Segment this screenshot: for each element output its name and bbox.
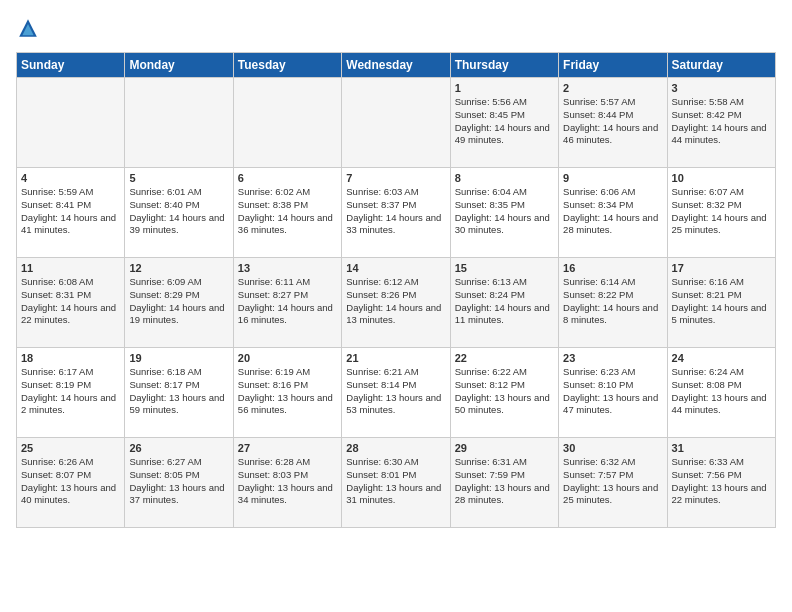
- calendar-cell: 19Sunrise: 6:18 AM Sunset: 8:17 PM Dayli…: [125, 348, 233, 438]
- day-number: 25: [21, 442, 120, 454]
- day-info: Sunrise: 6:28 AM Sunset: 8:03 PM Dayligh…: [238, 456, 337, 507]
- day-info: Sunrise: 6:24 AM Sunset: 8:08 PM Dayligh…: [672, 366, 771, 417]
- day-info: Sunrise: 5:59 AM Sunset: 8:41 PM Dayligh…: [21, 186, 120, 237]
- calendar-cell: 18Sunrise: 6:17 AM Sunset: 8:19 PM Dayli…: [17, 348, 125, 438]
- day-number: 19: [129, 352, 228, 364]
- day-number: 10: [672, 172, 771, 184]
- day-number: 23: [563, 352, 662, 364]
- calendar-cell: 2Sunrise: 5:57 AM Sunset: 8:44 PM Daylig…: [559, 78, 667, 168]
- day-info: Sunrise: 6:07 AM Sunset: 8:32 PM Dayligh…: [672, 186, 771, 237]
- calendar-cell: 31Sunrise: 6:33 AM Sunset: 7:56 PM Dayli…: [667, 438, 775, 528]
- calendar-cell: 30Sunrise: 6:32 AM Sunset: 7:57 PM Dayli…: [559, 438, 667, 528]
- day-number: 7: [346, 172, 445, 184]
- day-info: Sunrise: 5:56 AM Sunset: 8:45 PM Dayligh…: [455, 96, 554, 147]
- calendar-cell: 24Sunrise: 6:24 AM Sunset: 8:08 PM Dayli…: [667, 348, 775, 438]
- calendar-cell: 25Sunrise: 6:26 AM Sunset: 8:07 PM Dayli…: [17, 438, 125, 528]
- calendar-cell: 13Sunrise: 6:11 AM Sunset: 8:27 PM Dayli…: [233, 258, 341, 348]
- day-info: Sunrise: 6:01 AM Sunset: 8:40 PM Dayligh…: [129, 186, 228, 237]
- weekday-header-sunday: Sunday: [17, 53, 125, 78]
- calendar-cell: [125, 78, 233, 168]
- weekday-header-wednesday: Wednesday: [342, 53, 450, 78]
- calendar-cell: 28Sunrise: 6:30 AM Sunset: 8:01 PM Dayli…: [342, 438, 450, 528]
- day-info: Sunrise: 6:02 AM Sunset: 8:38 PM Dayligh…: [238, 186, 337, 237]
- day-number: 16: [563, 262, 662, 274]
- calendar-cell: 20Sunrise: 6:19 AM Sunset: 8:16 PM Dayli…: [233, 348, 341, 438]
- day-number: 21: [346, 352, 445, 364]
- day-number: 15: [455, 262, 554, 274]
- day-number: 28: [346, 442, 445, 454]
- logo: [16, 16, 44, 40]
- day-info: Sunrise: 6:03 AM Sunset: 8:37 PM Dayligh…: [346, 186, 445, 237]
- day-info: Sunrise: 6:06 AM Sunset: 8:34 PM Dayligh…: [563, 186, 662, 237]
- calendar-cell: [233, 78, 341, 168]
- day-number: 14: [346, 262, 445, 274]
- calendar-cell: 8Sunrise: 6:04 AM Sunset: 8:35 PM Daylig…: [450, 168, 558, 258]
- calendar-cell: 21Sunrise: 6:21 AM Sunset: 8:14 PM Dayli…: [342, 348, 450, 438]
- day-number: 17: [672, 262, 771, 274]
- day-number: 18: [21, 352, 120, 364]
- calendar-cell: 17Sunrise: 6:16 AM Sunset: 8:21 PM Dayli…: [667, 258, 775, 348]
- calendar-cell: 27Sunrise: 6:28 AM Sunset: 8:03 PM Dayli…: [233, 438, 341, 528]
- day-info: Sunrise: 6:16 AM Sunset: 8:21 PM Dayligh…: [672, 276, 771, 327]
- day-info: Sunrise: 6:30 AM Sunset: 8:01 PM Dayligh…: [346, 456, 445, 507]
- day-info: Sunrise: 6:14 AM Sunset: 8:22 PM Dayligh…: [563, 276, 662, 327]
- day-info: Sunrise: 6:27 AM Sunset: 8:05 PM Dayligh…: [129, 456, 228, 507]
- calendar-cell: 29Sunrise: 6:31 AM Sunset: 7:59 PM Dayli…: [450, 438, 558, 528]
- calendar-cell: 12Sunrise: 6:09 AM Sunset: 8:29 PM Dayli…: [125, 258, 233, 348]
- calendar-cell: 4Sunrise: 5:59 AM Sunset: 8:41 PM Daylig…: [17, 168, 125, 258]
- day-number: 30: [563, 442, 662, 454]
- weekday-header-saturday: Saturday: [667, 53, 775, 78]
- day-info: Sunrise: 6:23 AM Sunset: 8:10 PM Dayligh…: [563, 366, 662, 417]
- day-info: Sunrise: 6:12 AM Sunset: 8:26 PM Dayligh…: [346, 276, 445, 327]
- day-info: Sunrise: 5:57 AM Sunset: 8:44 PM Dayligh…: [563, 96, 662, 147]
- calendar-cell: 7Sunrise: 6:03 AM Sunset: 8:37 PM Daylig…: [342, 168, 450, 258]
- calendar-cell: 10Sunrise: 6:07 AM Sunset: 8:32 PM Dayli…: [667, 168, 775, 258]
- day-info: Sunrise: 6:11 AM Sunset: 8:27 PM Dayligh…: [238, 276, 337, 327]
- weekday-header-monday: Monday: [125, 53, 233, 78]
- day-info: Sunrise: 6:09 AM Sunset: 8:29 PM Dayligh…: [129, 276, 228, 327]
- calendar-cell: [342, 78, 450, 168]
- calendar-cell: 1Sunrise: 5:56 AM Sunset: 8:45 PM Daylig…: [450, 78, 558, 168]
- calendar-cell: 11Sunrise: 6:08 AM Sunset: 8:31 PM Dayli…: [17, 258, 125, 348]
- day-number: 5: [129, 172, 228, 184]
- day-number: 3: [672, 82, 771, 94]
- calendar-cell: 22Sunrise: 6:22 AM Sunset: 8:12 PM Dayli…: [450, 348, 558, 438]
- calendar-table: SundayMondayTuesdayWednesdayThursdayFrid…: [16, 52, 776, 528]
- calendar-cell: 5Sunrise: 6:01 AM Sunset: 8:40 PM Daylig…: [125, 168, 233, 258]
- calendar-cell: 6Sunrise: 6:02 AM Sunset: 8:38 PM Daylig…: [233, 168, 341, 258]
- day-info: Sunrise: 6:31 AM Sunset: 7:59 PM Dayligh…: [455, 456, 554, 507]
- day-info: Sunrise: 6:19 AM Sunset: 8:16 PM Dayligh…: [238, 366, 337, 417]
- day-number: 22: [455, 352, 554, 364]
- day-info: Sunrise: 6:18 AM Sunset: 8:17 PM Dayligh…: [129, 366, 228, 417]
- calendar-cell: 16Sunrise: 6:14 AM Sunset: 8:22 PM Dayli…: [559, 258, 667, 348]
- day-info: Sunrise: 5:58 AM Sunset: 8:42 PM Dayligh…: [672, 96, 771, 147]
- weekday-header-thursday: Thursday: [450, 53, 558, 78]
- calendar-cell: [17, 78, 125, 168]
- day-number: 27: [238, 442, 337, 454]
- day-number: 1: [455, 82, 554, 94]
- page-header: [16, 16, 776, 40]
- day-info: Sunrise: 6:22 AM Sunset: 8:12 PM Dayligh…: [455, 366, 554, 417]
- day-number: 31: [672, 442, 771, 454]
- day-info: Sunrise: 6:04 AM Sunset: 8:35 PM Dayligh…: [455, 186, 554, 237]
- day-number: 8: [455, 172, 554, 184]
- day-number: 2: [563, 82, 662, 94]
- day-number: 29: [455, 442, 554, 454]
- day-info: Sunrise: 6:21 AM Sunset: 8:14 PM Dayligh…: [346, 366, 445, 417]
- day-number: 26: [129, 442, 228, 454]
- day-number: 6: [238, 172, 337, 184]
- weekday-header-friday: Friday: [559, 53, 667, 78]
- day-number: 13: [238, 262, 337, 274]
- day-info: Sunrise: 6:17 AM Sunset: 8:19 PM Dayligh…: [21, 366, 120, 417]
- logo-icon: [16, 16, 40, 40]
- calendar-cell: 9Sunrise: 6:06 AM Sunset: 8:34 PM Daylig…: [559, 168, 667, 258]
- calendar-cell: 3Sunrise: 5:58 AM Sunset: 8:42 PM Daylig…: [667, 78, 775, 168]
- calendar-cell: 14Sunrise: 6:12 AM Sunset: 8:26 PM Dayli…: [342, 258, 450, 348]
- day-number: 9: [563, 172, 662, 184]
- day-info: Sunrise: 6:33 AM Sunset: 7:56 PM Dayligh…: [672, 456, 771, 507]
- day-number: 12: [129, 262, 228, 274]
- calendar-cell: 23Sunrise: 6:23 AM Sunset: 8:10 PM Dayli…: [559, 348, 667, 438]
- day-number: 24: [672, 352, 771, 364]
- day-number: 20: [238, 352, 337, 364]
- calendar-cell: 15Sunrise: 6:13 AM Sunset: 8:24 PM Dayli…: [450, 258, 558, 348]
